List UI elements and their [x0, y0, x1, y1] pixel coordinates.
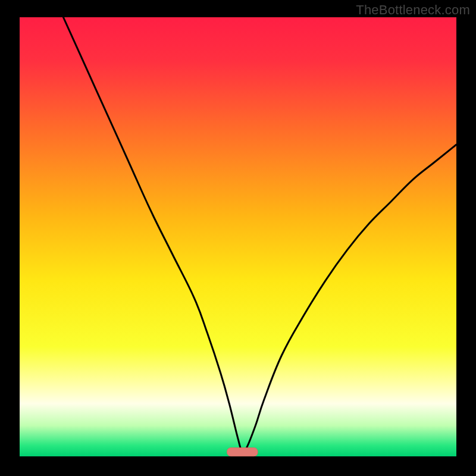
plot-background	[20, 17, 456, 456]
bottleneck-chart	[0, 0, 476, 476]
attribution-label: TheBottleneck.com	[356, 2, 470, 18]
optimum-marker	[227, 448, 258, 456]
chart-frame: TheBottleneck.com	[0, 0, 476, 476]
